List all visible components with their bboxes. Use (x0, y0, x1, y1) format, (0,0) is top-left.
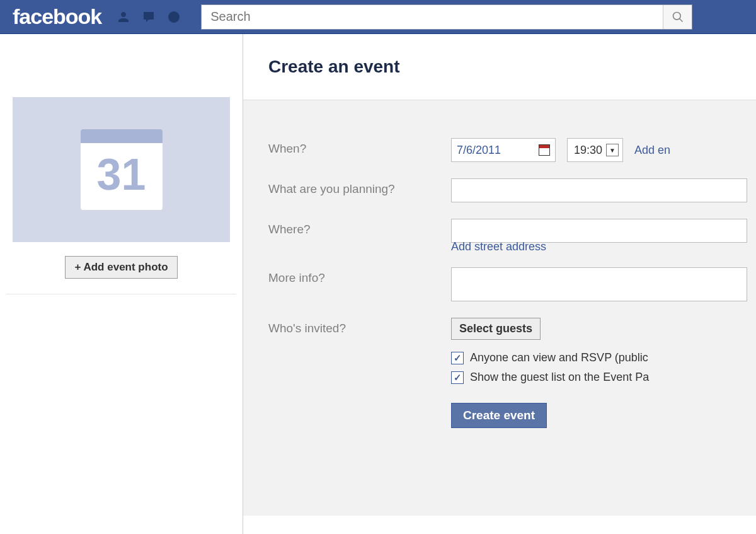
add-event-photo-button[interactable]: + Add event photo (65, 256, 177, 279)
time-value: 19:30 (574, 144, 602, 157)
messages-icon[interactable] (140, 9, 157, 25)
where-label: Where? (268, 219, 451, 236)
search-box (201, 4, 692, 30)
svg-point-1 (673, 12, 680, 20)
facebook-logo[interactable]: facebook (13, 4, 101, 29)
date-input[interactable]: 7/6/2011 (451, 138, 556, 162)
show-guest-list-checkbox-label: Show the guest list on the Event Pa (470, 371, 649, 384)
public-event-checkbox[interactable]: ✓ (451, 352, 464, 364)
select-guests-button[interactable]: Select guests (451, 318, 541, 340)
main-column: Create an event When? 7/6/2011 19:30 ▼ A… (243, 34, 756, 534)
calendar-day-number: 31 (81, 143, 163, 210)
svg-line-2 (679, 18, 682, 21)
calendar-picker-icon[interactable] (539, 144, 550, 156)
page-title: Create an event (243, 34, 756, 100)
add-end-time-link[interactable]: Add en (634, 144, 670, 157)
create-event-form: When? 7/6/2011 19:30 ▼ Add en What are y… (243, 100, 756, 516)
friend-requests-icon[interactable] (115, 9, 132, 25)
location-input[interactable] (451, 219, 747, 243)
event-photo-placeholder: 31 (13, 97, 230, 242)
event-name-input[interactable] (451, 178, 747, 202)
what-label: What are you planning? (268, 178, 451, 196)
svg-point-0 (168, 11, 180, 23)
when-label: When? (268, 138, 451, 156)
top-bar: facebook (0, 0, 756, 34)
left-column: 31 + Add event photo (0, 34, 243, 534)
calendar-icon: 31 (81, 129, 163, 210)
search-button[interactable] (663, 5, 692, 29)
who-invited-label: Who's invited? (268, 318, 451, 335)
notification-icons (115, 9, 182, 25)
time-input[interactable]: 19:30 ▼ (567, 138, 623, 162)
more-info-textarea[interactable] (451, 267, 747, 301)
time-dropdown-icon[interactable]: ▼ (606, 144, 619, 156)
public-event-checkbox-label: Anyone can view and RSVP (public (470, 351, 648, 364)
create-event-button[interactable]: Create event (451, 403, 547, 428)
show-guest-list-checkbox[interactable]: ✓ (451, 371, 464, 384)
add-street-address-link[interactable]: Add street address (451, 240, 546, 253)
search-input[interactable] (202, 5, 663, 29)
notifications-icon[interactable] (166, 9, 182, 25)
more-info-label: More info? (268, 267, 451, 285)
date-value: 7/6/2011 (457, 144, 539, 157)
